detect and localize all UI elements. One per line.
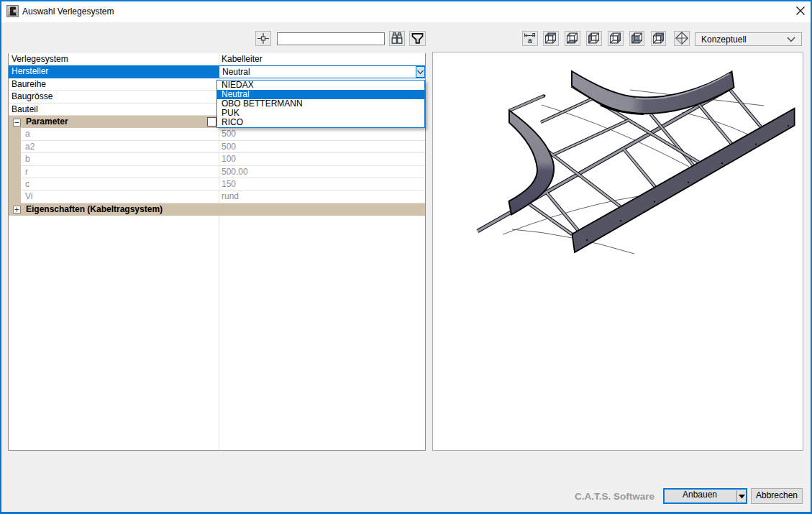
svg-text:a: a xyxy=(528,37,532,45)
